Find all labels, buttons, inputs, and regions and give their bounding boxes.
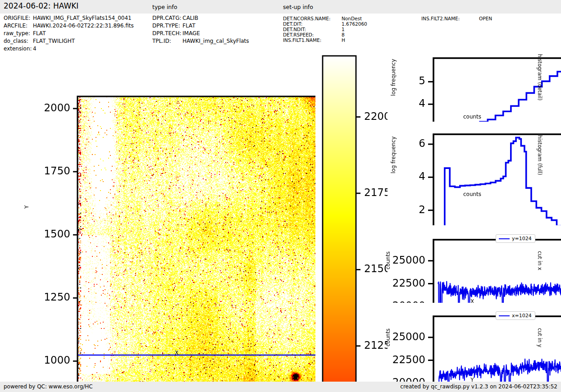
setup-info-row: DET.NDIT:1 [283, 27, 306, 32]
meta-value: FLAT [33, 30, 46, 36]
setup-info-row: INS.FILT2.NAME:OPEN [421, 16, 460, 21]
meta-label: extension: [4, 46, 32, 52]
file-info-row: raw_type:FLAT [4, 30, 30, 36]
cut-in-y-legend: x=1024 [496, 311, 535, 320]
meta-label: ARCFILE: [4, 23, 27, 29]
setup-info-row: INS.FILT1.NAME:H [283, 37, 321, 43]
meta-value: NonDest [342, 16, 362, 21]
legend-line-swatch [499, 238, 510, 239]
cut-in-x-legend: y=1024 [496, 234, 535, 243]
meta-value: 1 [342, 27, 345, 32]
legend-label: x=1024 [512, 313, 532, 319]
histogram-full-side-label: histogram (full) [537, 123, 543, 187]
meta-label: DET.RSPEED: [283, 32, 314, 37]
meta-label: DPR.TECH: [152, 30, 182, 36]
meta-label: DPR.TYPE: [152, 23, 180, 29]
meta-value: 4 [33, 46, 36, 52]
type-info-heading: type info [152, 4, 177, 10]
footer-bar: powered by QC: www.eso.org/HC created by… [0, 382, 561, 392]
cut-in-x-side-label: cut in x [537, 247, 543, 274]
type-info-row: DPR.TYPE:FLAT [152, 23, 180, 29]
type-info-row: DPR.TECH:IMAGE [152, 30, 182, 36]
main-xaxis-label: X [159, 350, 195, 356]
setup-info-row: DET.DIT:1.6762060 [283, 21, 302, 27]
meta-value: HAWKI_IMG_FLAT_SkyFlats154_0041 [33, 15, 132, 21]
file-info-row: extension:4 [4, 46, 32, 52]
qc-rawdisp-page: 2024-06-02: HAWKI type info set-up info … [0, 0, 561, 392]
meta-label: TPL.ID: [152, 38, 171, 44]
header-bar: 2024-06-02: HAWKI type info set-up info [0, 0, 561, 14]
setup-info-row: DET.RSPEED:8 [283, 32, 314, 37]
meta-label: DET.NCORRS.NAME: [283, 16, 331, 21]
footer-powered-by: powered by QC: www.eso.org/HC [4, 382, 93, 392]
meta-value: 1.6762060 [342, 21, 367, 27]
meta-value: CALIB [182, 15, 198, 21]
meta-label: DET.NDIT: [283, 27, 306, 32]
setup-info-row: DET.NCORRS.NAME:NonDest [283, 16, 331, 21]
histogram-full-xlabel: counts [450, 191, 495, 197]
meta-value: OPEN [479, 16, 492, 21]
page-title: 2024-06-02: HAWKI [4, 1, 78, 10]
cut-in-y-side-label: cut in y [537, 324, 543, 351]
meta-label: DPR.CATG: [152, 15, 182, 21]
meta-label: INS.FILT2.NAME: [421, 16, 460, 21]
cut-in-x-ylabel: counts [385, 242, 391, 278]
type-info-row: TPL.ID:HAWKI_img_cal_SkyFlats [152, 38, 171, 44]
histogram-detail-xlabel: counts [450, 114, 495, 120]
file-info-row: do_class:FLAT_TWILIGHT [4, 38, 28, 44]
legend-line-swatch [499, 315, 510, 316]
histogram-full-ylabel: log frequency [390, 128, 397, 182]
legend-label: y=1024 [512, 236, 532, 242]
meta-label: ORIGFILE: [4, 15, 30, 21]
setup-info-heading: set-up info [283, 4, 313, 10]
meta-label: do_class: [4, 38, 28, 44]
meta-label: INS.FILT1.NAME: [283, 37, 321, 43]
cut-in-y-ylabel: counts [385, 319, 391, 356]
file-info-row: ARCFILE:HAWKI.2024-06-02T22:22:31.896.fi… [4, 23, 27, 29]
footer-created-by: created by qc_rawdisp.py v1.2.3 on 2024-… [400, 382, 557, 392]
meta-label: raw_type: [4, 30, 30, 36]
histogram-detail-ylabel: log frequency [390, 50, 397, 105]
meta-value: HAWKI_img_cal_SkyFlats [182, 38, 249, 44]
meta-value: 8 [342, 32, 345, 37]
main-yaxis-label: Y [23, 193, 30, 220]
meta-value: FLAT [182, 23, 195, 29]
meta-value: H [342, 37, 345, 43]
meta-value: FLAT_TWILIGHT [33, 38, 75, 44]
meta-value: IMAGE [182, 30, 200, 36]
file-info-row: ORIGFILE:HAWKI_IMG_FLAT_SkyFlats154_0041 [4, 15, 30, 21]
histogram-detail-side-label: histogram (detail) [537, 46, 543, 109]
meta-label: DET.DIT: [283, 21, 302, 27]
type-info-row: DPR.CATG:CALIB [152, 15, 182, 21]
meta-value: HAWKI.2024-06-02T22:22:31.896.fits [33, 23, 134, 29]
